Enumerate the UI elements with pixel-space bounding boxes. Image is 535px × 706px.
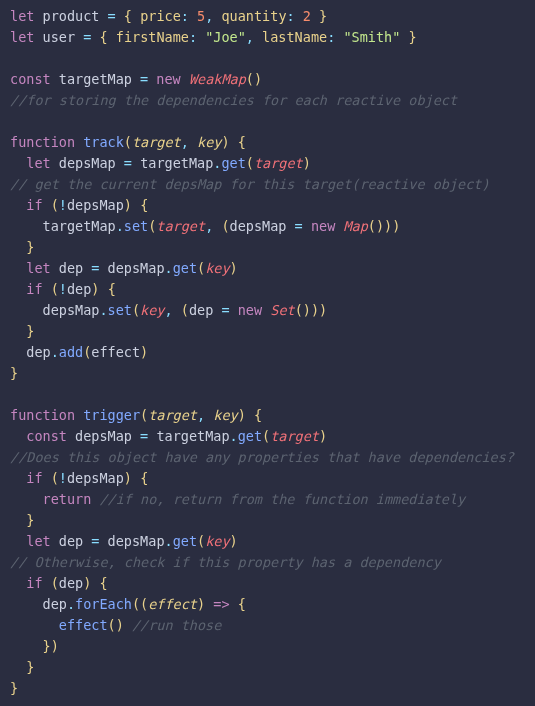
parameter: key [197, 134, 221, 150]
identifier: user [43, 29, 76, 45]
keyword: const [26, 428, 67, 444]
keyword: let [26, 155, 50, 171]
keyword: new [156, 71, 180, 87]
identifier: dep [59, 575, 83, 591]
parameter: effect [148, 596, 197, 612]
keyword: const [10, 71, 51, 87]
property: firstName [116, 29, 189, 45]
brace: } [26, 659, 34, 675]
identifier: depsMap [67, 197, 124, 213]
keyword: if [26, 575, 42, 591]
keyword: function [10, 134, 75, 150]
comment: // get the current depsMap for this targ… [10, 176, 490, 192]
comment: //for storing the dependencies for each … [10, 92, 457, 108]
class-name: Set [270, 302, 294, 318]
method: add [59, 344, 83, 360]
identifier: targetMap [59, 71, 132, 87]
identifier: depsMap [67, 470, 124, 486]
identifier: targetMap [156, 428, 229, 444]
argument: target [270, 428, 319, 444]
identifier: dep [26, 344, 50, 360]
comment: //if no, return from the function immedi… [99, 491, 465, 507]
comment: //Does this object have any properties t… [10, 449, 514, 465]
class-name: Map [343, 218, 367, 234]
keyword: new [238, 302, 262, 318]
argument: target [254, 155, 303, 171]
identifier: dep [189, 302, 213, 318]
identifier: depsMap [108, 260, 165, 276]
identifier: depsMap [108, 533, 165, 549]
method: get [173, 533, 197, 549]
code-block: let product = { price: 5, quantity: 2 } … [0, 0, 535, 706]
identifier: dep [67, 281, 91, 297]
identifier: depsMap [43, 302, 100, 318]
property: lastName [262, 29, 327, 45]
identifier: dep [43, 596, 67, 612]
parameter: key [213, 407, 237, 423]
identifier: targetMap [140, 155, 213, 171]
keyword: let [26, 260, 50, 276]
number: 5 [197, 8, 205, 24]
identifier: product [43, 8, 100, 24]
argument: key [205, 260, 229, 276]
identifier: depsMap [75, 428, 132, 444]
keyword: function [10, 407, 75, 423]
identifier: depsMap [59, 155, 116, 171]
identifier: depsMap [230, 218, 287, 234]
brace: } [10, 680, 18, 696]
brace: } [26, 239, 34, 255]
function-name: track [83, 134, 124, 150]
method: get [238, 428, 262, 444]
string: "Smith" [343, 29, 400, 45]
brace: } [26, 323, 34, 339]
parameter: target [148, 407, 197, 423]
brace: }) [43, 638, 59, 654]
comment: //run those [132, 617, 221, 633]
identifier: dep [59, 533, 83, 549]
keyword: if [26, 197, 42, 213]
argument: effect [91, 344, 140, 360]
method: get [221, 155, 245, 171]
method: forEach [75, 596, 132, 612]
function-call: effect [59, 617, 108, 633]
keyword: let [10, 29, 34, 45]
keyword: if [26, 470, 42, 486]
method: set [124, 218, 148, 234]
function-name: trigger [83, 407, 140, 423]
parameter: target [132, 134, 181, 150]
brace: } [10, 365, 18, 381]
string: "Joe" [205, 29, 246, 45]
keyword: if [26, 281, 42, 297]
property: quantity [221, 8, 286, 24]
number: 2 [303, 8, 311, 24]
argument: key [205, 533, 229, 549]
keyword: return [43, 491, 92, 507]
property: price [140, 8, 181, 24]
method: get [173, 260, 197, 276]
keyword: new [311, 218, 335, 234]
identifier: targetMap [43, 218, 116, 234]
argument: key [140, 302, 164, 318]
keyword: let [10, 8, 34, 24]
argument: target [156, 218, 205, 234]
brace: } [26, 512, 34, 528]
comment: // Otherwise, check if this property has… [10, 554, 441, 570]
identifier: dep [59, 260, 83, 276]
class-name: WeakMap [189, 71, 246, 87]
method: set [108, 302, 132, 318]
keyword: let [26, 533, 50, 549]
